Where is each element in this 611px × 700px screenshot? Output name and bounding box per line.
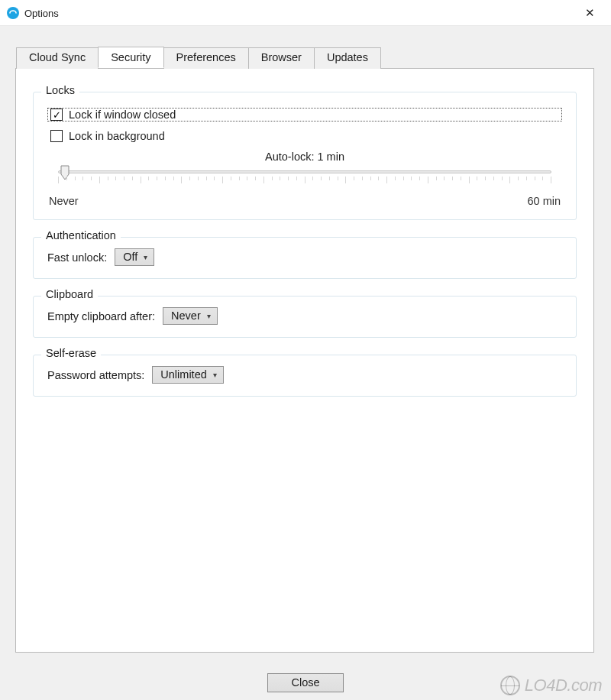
close-icon[interactable]: ✕ — [574, 6, 605, 20]
password-attempts-label: Password attempts: — [47, 369, 144, 381]
checkbox-lock-window-closed[interactable]: Lock if window closed — [47, 108, 562, 122]
close-button[interactable]: Close — [267, 673, 343, 692]
checkbox-label: Lock if window closed — [69, 109, 176, 121]
tab-browser[interactable]: Browser — [248, 47, 315, 69]
group-self-erase-legend: Self-erase — [41, 347, 101, 359]
autolock-slider[interactable] — [49, 167, 561, 192]
slider-track — [58, 170, 551, 173]
checkbox-lock-background[interactable]: Lock in background — [47, 129, 562, 143]
tab-preferences[interactable]: Preferences — [163, 47, 249, 69]
group-self-erase: Self-erase Password attempts: Unlimited … — [33, 355, 577, 397]
slider-min-label: Never — [49, 195, 79, 207]
group-clipboard: Clipboard Empty clipboard after: Never ▾ — [33, 296, 577, 338]
fast-unlock-label: Fast unlock: — [47, 251, 107, 264]
empty-clipboard-dropdown[interactable]: Never ▾ — [163, 307, 218, 325]
fast-unlock-dropdown[interactable]: Off ▾ — [115, 248, 154, 266]
group-locks: Locks Lock if window closed Lock in back… — [33, 92, 577, 220]
autolock-label: Auto-lock: 1 min — [47, 151, 562, 163]
chevron-down-icon: ▾ — [207, 312, 211, 320]
group-locks-legend: Locks — [41, 84, 79, 96]
svg-point-0 — [7, 7, 19, 19]
checkbox-label: Lock in background — [69, 130, 165, 142]
checkbox-icon — [50, 109, 63, 121]
tab-strip: Cloud Sync Security Preferences Browser … — [0, 26, 611, 68]
group-authentication: Authentication Fast unlock: Off ▾ — [33, 237, 577, 279]
tab-updates[interactable]: Updates — [314, 47, 381, 69]
slider-end-labels: Never 60 min — [49, 195, 561, 207]
chevron-down-icon: ▾ — [213, 371, 217, 379]
group-authentication-legend: Authentication — [41, 229, 121, 241]
window-title: Options — [24, 8, 59, 19]
dropdown-value: Unlimited — [160, 368, 206, 381]
empty-clipboard-label: Empty clipboard after: — [47, 310, 155, 322]
dropdown-value: Never — [171, 309, 201, 322]
chevron-down-icon: ▾ — [144, 253, 147, 261]
slider-ticks — [58, 177, 551, 186]
tab-security[interactable]: Security — [98, 47, 163, 68]
client-area: Cloud Sync Security Preferences Browser … — [0, 25, 611, 700]
checkbox-icon — [50, 130, 63, 142]
title-bar: Options ✕ — [0, 0, 611, 26]
tab-panel-security: Locks Lock if window closed Lock in back… — [15, 68, 594, 653]
dialog-button-bar: Close — [0, 673, 611, 692]
slider-max-label: 60 min — [527, 195, 561, 207]
tab-cloud-sync[interactable]: Cloud Sync — [16, 47, 99, 69]
app-icon — [6, 6, 20, 20]
dropdown-value: Off — [123, 251, 137, 263]
password-attempts-dropdown[interactable]: Unlimited ▾ — [152, 366, 223, 384]
group-clipboard-legend: Clipboard — [41, 288, 98, 300]
